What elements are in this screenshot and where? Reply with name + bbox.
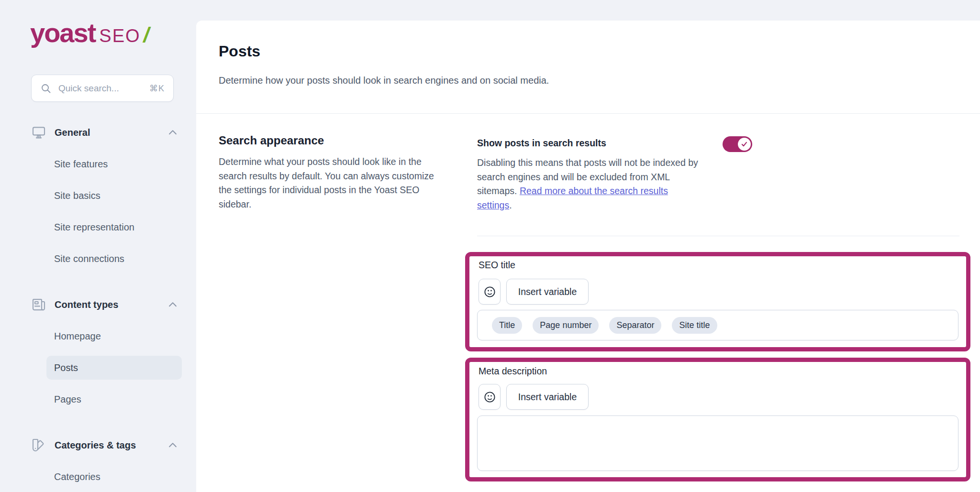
- sidebar-section-label: General: [55, 127, 167, 138]
- meta-description-emoji-button[interactable]: [479, 384, 501, 410]
- variable-pill-site-title[interactable]: Site title: [672, 317, 717, 334]
- meta-description-insert-variable-button[interactable]: Insert variable: [506, 384, 589, 410]
- sidebar-item-label: Site connections: [54, 253, 124, 264]
- sidebar-section-general[interactable]: General: [31, 121, 182, 143]
- swatch-icon: [31, 437, 46, 453]
- sidebar-item-label: Categories: [54, 471, 100, 482]
- sidebar-item-categories[interactable]: Categories: [46, 465, 182, 489]
- chevron-up-icon: [167, 127, 178, 138]
- search-input[interactable]: [58, 83, 149, 94]
- sidebar-item-site-basics[interactable]: Site basics: [46, 184, 182, 208]
- toggle-help-text: Disabling this means that posts will not…: [477, 156, 703, 212]
- sidebar-item-label: Homepage: [54, 331, 101, 342]
- sidebar-section-label: Categories & tags: [55, 440, 167, 451]
- section-description: Determine what your posts should look li…: [219, 155, 440, 211]
- desktop-computer-icon: [31, 125, 46, 140]
- logo-slash: /: [144, 23, 149, 46]
- sidebar-section-content-types[interactable]: Content types: [31, 294, 182, 316]
- meta-description-label: Meta description: [479, 366, 547, 377]
- variable-pill-page-number[interactable]: Page number: [533, 317, 599, 334]
- chevron-up-icon: [167, 299, 178, 310]
- seo-title-emoji-button[interactable]: [479, 279, 501, 305]
- check-icon: [741, 141, 748, 148]
- seo-title-insert-variable-button[interactable]: Insert variable: [506, 279, 589, 305]
- sidebar-item-site-features[interactable]: Site features: [46, 152, 182, 176]
- quick-search-box[interactable]: ⌘K: [31, 75, 174, 102]
- page-title: Posts: [219, 43, 260, 60]
- meta-description-textarea[interactable]: [477, 415, 958, 471]
- main-content-card: Posts Determine how your posts should lo…: [196, 21, 980, 492]
- yoast-seo-settings-screen: yoastSEO/ ⌘K General Site features Site …: [0, 0, 980, 492]
- sidebar-item-pages[interactable]: Pages: [46, 387, 182, 411]
- page-description: Determine how your posts should look in …: [219, 75, 549, 86]
- sidebar-section-categories-tags[interactable]: Categories & tags: [31, 434, 182, 456]
- sidebar-item-label: Site features: [54, 159, 108, 170]
- sidebar-item-site-representation[interactable]: Site representation: [46, 215, 182, 239]
- section-title-search-appearance: Search appearance: [219, 134, 324, 147]
- newspaper-icon: [31, 297, 46, 312]
- seo-title-label: SEO title: [479, 260, 515, 271]
- logo-yoast-text: yoast: [30, 18, 95, 48]
- sidebar-item-label: Posts: [54, 362, 78, 373]
- sidebar-item-label: Pages: [54, 394, 81, 405]
- search-shortcut: ⌘K: [149, 83, 165, 94]
- sidebar-item-label: Site basics: [54, 190, 100, 201]
- show-posts-toggle-label: Show posts in search results: [477, 138, 606, 149]
- column-divider: [477, 236, 959, 236]
- toggle-help-suffix: .: [509, 200, 512, 210]
- show-posts-toggle[interactable]: [723, 136, 752, 152]
- yoast-seo-logo: yoastSEO/: [30, 17, 149, 48]
- sidebar-item-posts[interactable]: Posts: [46, 356, 182, 380]
- chevron-up-icon: [167, 440, 178, 450]
- variable-pill-title[interactable]: Title: [492, 317, 522, 334]
- sidebar-section-label: Content types: [55, 299, 167, 310]
- seo-title-field[interactable]: Title Page number Separator Site title: [477, 310, 958, 340]
- sidebar-nav: General Site features Site basics Site r…: [31, 121, 182, 492]
- sidebar-item-label: Site representation: [54, 222, 134, 233]
- smiley-icon: [483, 285, 496, 298]
- sidebar-item-site-connections[interactable]: Site connections: [46, 247, 182, 271]
- logo-seo-text: SEO: [99, 26, 140, 46]
- smiley-icon: [483, 391, 496, 404]
- header-divider: [196, 113, 980, 114]
- search-icon: [40, 83, 52, 94]
- sidebar: yoastSEO/ ⌘K General Site features Site …: [0, 0, 196, 492]
- toggle-knob: [738, 138, 751, 151]
- variable-pill-separator[interactable]: Separator: [609, 317, 661, 334]
- sidebar-item-homepage[interactable]: Homepage: [46, 324, 182, 348]
